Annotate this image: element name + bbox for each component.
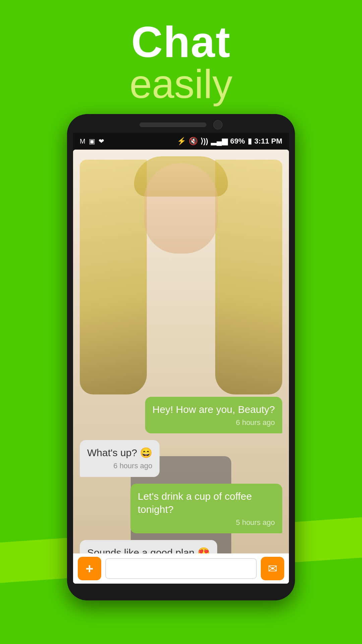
plus-icon: + bbox=[85, 561, 93, 576]
image-icon: ▣ bbox=[89, 137, 95, 145]
status-left-icons: M ▣ ❤ bbox=[80, 137, 104, 145]
battery-percent: 69% bbox=[230, 137, 245, 146]
message-time-2: 6 hours ago bbox=[87, 461, 152, 471]
message-time-1: 6 hours ago bbox=[153, 418, 275, 428]
header-section: Chat easily bbox=[0, 0, 362, 104]
wifi-icon: ⟩)) bbox=[200, 137, 208, 146]
bluetooth-icon: ⚡ bbox=[177, 137, 186, 146]
message-text-3: Let's drink a cup of coffee tonight? bbox=[138, 491, 252, 515]
phone-camera bbox=[213, 120, 223, 129]
message-received-2: What's up? 😄 6 hours ago bbox=[80, 440, 160, 477]
mute-icon: 🔇 bbox=[189, 137, 198, 146]
message-text-1: Hey! How are you, Beauty? bbox=[153, 404, 275, 415]
heart-icon: ❤ bbox=[99, 137, 104, 145]
bottom-input-bar: + ✉ bbox=[73, 553, 289, 584]
phone-speaker bbox=[139, 122, 206, 127]
woman-head bbox=[144, 163, 218, 254]
phone-top-bar bbox=[73, 120, 289, 129]
battery-icon: ▮ bbox=[248, 137, 252, 146]
send-button[interactable]: ✉ bbox=[261, 557, 284, 580]
status-time: 3:11 PM bbox=[254, 137, 282, 146]
gmail-icon: M bbox=[80, 138, 85, 145]
woman-hair-right bbox=[215, 160, 282, 394]
woman-hair-left bbox=[80, 160, 147, 394]
status-bar: M ▣ ❤ ⚡ 🔇 ⟩)) ▂▄▆ 69% ▮ 3:11 PM bbox=[73, 133, 289, 150]
message-sent-1: Hey! How are you, Beauty? 6 hours ago bbox=[145, 397, 282, 434]
send-icon: ✉ bbox=[268, 562, 277, 575]
header-easily-label: easily bbox=[0, 64, 362, 104]
chat-input[interactable] bbox=[105, 558, 257, 579]
message-sent-3: Let's drink a cup of coffee tonight? 5 h… bbox=[130, 484, 282, 534]
phone-screen: Hey! How are you, Beauty? 6 hours ago Wh… bbox=[73, 150, 289, 584]
header-chat-label: Chat bbox=[0, 20, 362, 64]
phone-mockup: M ▣ ❤ ⚡ 🔇 ⟩)) ▂▄▆ 69% ▮ 3:11 PM bbox=[67, 114, 295, 600]
phone-outer-frame: M ▣ ❤ ⚡ 🔇 ⟩)) ▂▄▆ 69% ▮ 3:11 PM bbox=[67, 114, 295, 600]
signal-icon: ▂▄▆ bbox=[211, 137, 228, 146]
status-right-info: ⚡ 🔇 ⟩)) ▂▄▆ 69% ▮ 3:11 PM bbox=[177, 137, 282, 146]
message-time-3: 5 hours ago bbox=[138, 518, 275, 528]
message-text-2: What's up? 😄 bbox=[87, 447, 152, 458]
add-button[interactable]: + bbox=[78, 557, 101, 580]
